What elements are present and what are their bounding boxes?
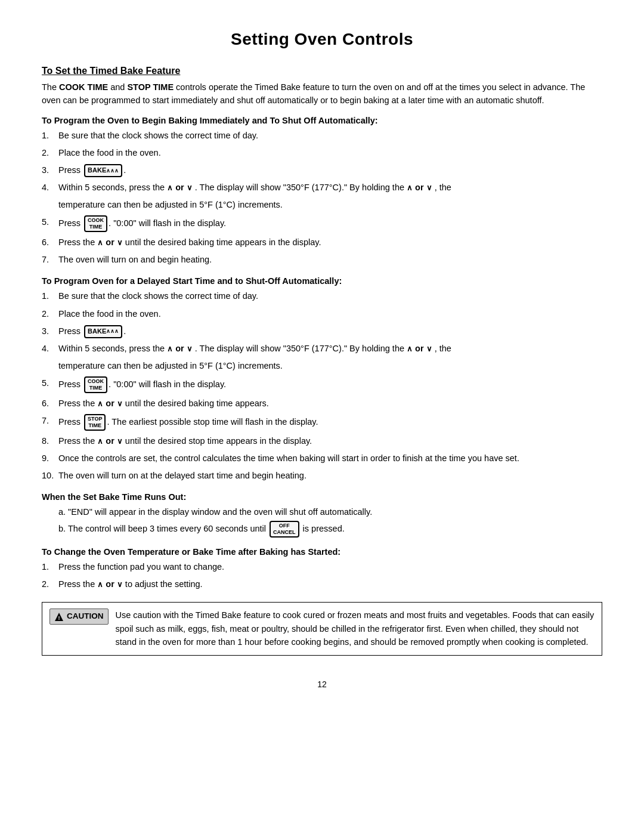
list-item: The control will beep 3 times every 60 s…: [68, 521, 602, 538]
subsection3-list: "END" will appear in the display window …: [68, 505, 602, 538]
intro-paragraph: The COOK TIME and STOP TIME controls ope…: [42, 81, 602, 107]
list-item: "END" will appear in the display window …: [68, 505, 602, 519]
step4b-indent: temperature can then be adjusted in 5°F …: [58, 359, 602, 373]
cook-time-button-icon-2: COOKTIME: [84, 376, 107, 393]
bake-button-icon-2: BAKE∧∧∧: [84, 325, 122, 338]
page-number: 12: [42, 680, 602, 689]
caution-text: Use caution with the Timed Bake feature …: [116, 609, 595, 648]
svg-text:!: !: [58, 615, 60, 621]
bake-button-icon: BAKE∧∧∧: [84, 164, 122, 177]
section-heading-timed-bake: To Set the Timed Bake Feature: [42, 66, 602, 76]
cook-time-button-icon: COOKTIME: [84, 215, 107, 232]
page-title: Setting Oven Controls: [42, 30, 602, 49]
subsection4-heading: To Change the Oven Temperature or Bake T…: [42, 547, 602, 557]
subsection2-steps: 1. Be sure that the clock shows the corr…: [42, 289, 602, 483]
stop-time-button-icon: STOPTIME: [84, 414, 106, 431]
subsection3-heading: When the Set Bake Time Runs Out:: [42, 492, 602, 502]
caution-triangle-icon: !: [54, 612, 64, 622]
off-cancel-button-icon: OFFCANCEL: [270, 521, 299, 538]
caution-box: ! CAUTION Use caution with the Timed Bak…: [42, 602, 602, 655]
subsection4-steps: 1. Press the function pad you want to ch…: [42, 560, 602, 591]
subsection2-heading: To Program Oven for a Delayed Start Time…: [42, 276, 602, 286]
step4-indent: temperature can then be adjusted in 5°F …: [58, 198, 602, 212]
caution-label: CAUTION: [67, 610, 104, 623]
subsection1-steps: 1. Be sure that the clock shows the corr…: [42, 129, 602, 267]
subsection1-heading: To Program the Oven to Begin Baking Imme…: [42, 116, 602, 125]
